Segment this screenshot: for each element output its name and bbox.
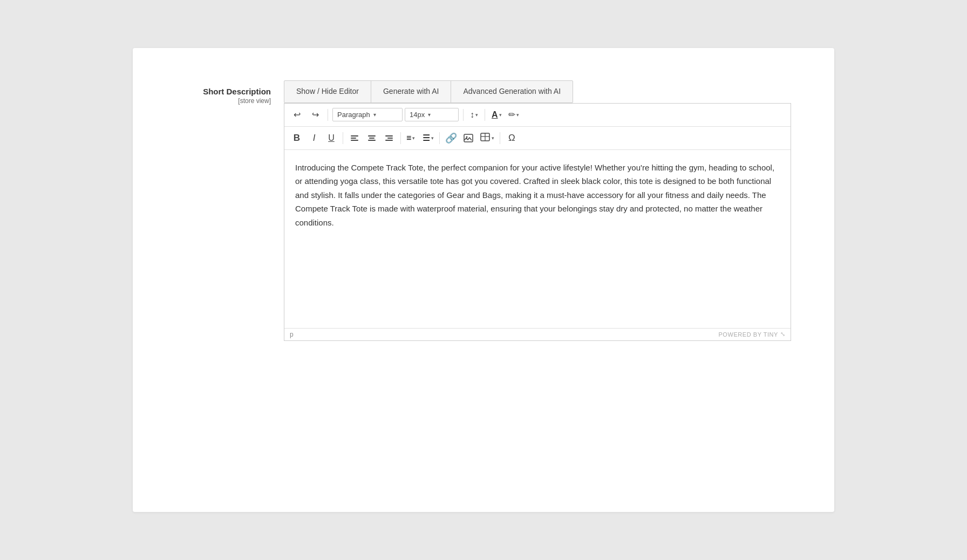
- svg-rect-3: [368, 135, 376, 136]
- svg-rect-5: [368, 140, 376, 141]
- font-size-chevron-icon: ▾: [428, 112, 431, 118]
- editor-text: Introducing the Compete Track Tote, the …: [295, 161, 780, 230]
- svg-rect-7: [387, 138, 393, 139]
- highlight-button[interactable]: ✏ ▾: [506, 108, 521, 121]
- field-title: Short Description: [165, 87, 271, 96]
- toolbar-row2-divider-3: [439, 132, 440, 144]
- highlight-chevron-icon: ▾: [516, 112, 519, 118]
- powered-by-label: POWERED BY TINY: [718, 331, 778, 338]
- link-button[interactable]: 🔗: [443, 130, 459, 146]
- svg-rect-1: [351, 138, 356, 139]
- line-height-button[interactable]: ↕ ▾: [468, 109, 480, 121]
- editor-toolbar-row2: B I U: [284, 127, 791, 150]
- font-color-group: A ▾: [489, 109, 504, 121]
- svg-rect-4: [369, 138, 374, 139]
- unordered-list-chevron-icon: ▾: [431, 135, 434, 141]
- editor-col: Show / Hide Editor Generate with AI Adva…: [284, 80, 791, 341]
- undo-icon[interactable]: ↩: [289, 107, 305, 123]
- highlight-group: ✏ ▾: [506, 108, 521, 121]
- image-button[interactable]: [460, 130, 476, 146]
- redo-icon[interactable]: ↪: [307, 107, 323, 123]
- svg-rect-6: [385, 135, 393, 136]
- line-height-chevron-icon: ▾: [475, 112, 478, 118]
- unordered-list-icon: ☰: [423, 133, 430, 143]
- toolbar-row2-divider-2: [400, 132, 401, 144]
- svg-rect-0: [351, 135, 358, 136]
- show-hide-editor-button[interactable]: Show / Hide Editor: [284, 80, 371, 103]
- action-buttons-group: Show / Hide Editor Generate with AI Adva…: [284, 80, 791, 103]
- align-left-button[interactable]: [346, 130, 363, 146]
- italic-button[interactable]: I: [306, 130, 322, 146]
- underline-button[interactable]: U: [323, 130, 339, 146]
- bold-button[interactable]: B: [289, 130, 305, 146]
- editor-wrapper: ↩ ↪ Paragraph ▾ 14px ▾ ↕ ▾: [284, 103, 791, 341]
- font-color-button[interactable]: A ▾: [489, 109, 504, 121]
- editor-footer: p POWERED BY TINY ⤡: [284, 328, 791, 340]
- ordered-list-chevron-icon: ▾: [412, 135, 415, 141]
- ordered-list-button[interactable]: ≡ ▾: [404, 132, 417, 144]
- ordered-list-icon: ≡: [406, 133, 411, 143]
- table-icon: [480, 132, 491, 145]
- toolbar-row2-divider-4: [500, 132, 500, 144]
- svg-rect-9: [464, 134, 473, 142]
- paragraph-label: Paragraph: [337, 111, 370, 119]
- line-height-group: ↕ ▾: [468, 109, 480, 121]
- table-chevron-icon: ▾: [492, 135, 494, 141]
- field-sub: [store view]: [165, 97, 271, 105]
- svg-rect-8: [385, 140, 393, 141]
- resize-handle-icon[interactable]: ⤡: [780, 331, 785, 338]
- generate-ai-button[interactable]: Generate with AI: [371, 80, 452, 103]
- editor-toolbar-row1: ↩ ↪ Paragraph ▾ 14px ▾ ↕ ▾: [284, 104, 791, 127]
- table-button[interactable]: ▾: [478, 131, 496, 146]
- unordered-list-button[interactable]: ☰ ▾: [418, 132, 436, 144]
- field-label-col: Short Description [store view]: [165, 80, 284, 105]
- toolbar-divider-1: [328, 109, 328, 121]
- font-size-value: 14px: [410, 111, 425, 119]
- advanced-generation-ai-button[interactable]: Advanced Generation with AI: [451, 80, 573, 103]
- font-color-icon: A: [492, 110, 498, 120]
- paragraph-chevron-icon: ▾: [373, 112, 376, 118]
- font-color-chevron-icon: ▾: [499, 112, 502, 118]
- editor-tag-indicator: p: [290, 331, 294, 338]
- main-card: Short Description [store view] Show / Hi…: [133, 48, 834, 512]
- toolbar-divider-3: [485, 109, 485, 121]
- font-size-select[interactable]: 14px ▾: [405, 108, 459, 121]
- svg-point-10: [466, 136, 468, 138]
- special-chars-button[interactable]: Ω: [503, 130, 520, 146]
- highlight-icon: ✏: [508, 110, 515, 120]
- toolbar-divider-2: [463, 109, 464, 121]
- editor-content[interactable]: Introducing the Compete Track Tote, the …: [284, 150, 791, 328]
- toolbar-row2-divider-1: [343, 132, 343, 144]
- align-right-button[interactable]: [381, 130, 397, 146]
- line-height-icon: ↕: [470, 110, 474, 120]
- align-center-button[interactable]: [364, 130, 380, 146]
- svg-rect-2: [351, 140, 358, 141]
- paragraph-select[interactable]: Paragraph ▾: [332, 108, 403, 121]
